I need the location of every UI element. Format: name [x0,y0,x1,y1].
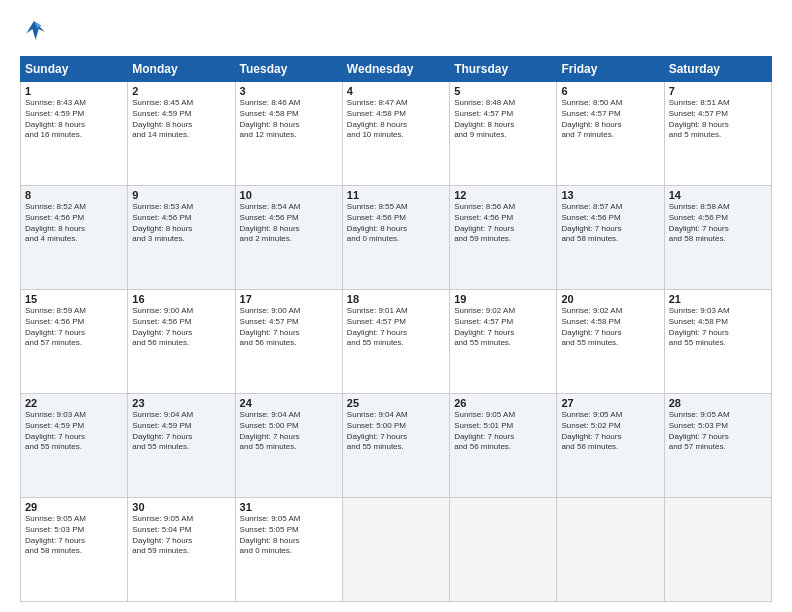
day-info: Sunrise: 8:50 AM Sunset: 4:57 PM Dayligh… [561,98,659,141]
header [20,18,772,46]
day-number: 2 [132,85,230,97]
day-info: Sunrise: 9:05 AM Sunset: 5:01 PM Dayligh… [454,410,552,453]
calendar-cell: 6Sunrise: 8:50 AM Sunset: 4:57 PM Daylig… [557,82,664,186]
calendar-cell: 9Sunrise: 8:53 AM Sunset: 4:56 PM Daylig… [128,186,235,290]
day-number: 7 [669,85,767,97]
day-info: Sunrise: 9:00 AM Sunset: 4:56 PM Dayligh… [132,306,230,349]
day-info: Sunrise: 8:53 AM Sunset: 4:56 PM Dayligh… [132,202,230,245]
day-number: 18 [347,293,445,305]
day-number: 21 [669,293,767,305]
calendar-cell: 11Sunrise: 8:55 AM Sunset: 4:56 PM Dayli… [342,186,449,290]
day-number: 15 [25,293,123,305]
weekday-header: Monday [128,57,235,82]
day-info: Sunrise: 9:00 AM Sunset: 4:57 PM Dayligh… [240,306,338,349]
calendar-cell: 28Sunrise: 9:05 AM Sunset: 5:03 PM Dayli… [664,394,771,498]
day-number: 20 [561,293,659,305]
calendar-cell: 18Sunrise: 9:01 AM Sunset: 4:57 PM Dayli… [342,290,449,394]
day-number: 9 [132,189,230,201]
day-number: 22 [25,397,123,409]
logo [20,18,52,46]
day-info: Sunrise: 9:04 AM Sunset: 4:59 PM Dayligh… [132,410,230,453]
day-info: Sunrise: 9:05 AM Sunset: 5:03 PM Dayligh… [25,514,123,557]
calendar-cell: 3Sunrise: 8:46 AM Sunset: 4:58 PM Daylig… [235,82,342,186]
day-number: 14 [669,189,767,201]
day-number: 8 [25,189,123,201]
calendar-cell [450,498,557,602]
calendar-cell: 30Sunrise: 9:05 AM Sunset: 5:04 PM Dayli… [128,498,235,602]
day-info: Sunrise: 9:01 AM Sunset: 4:57 PM Dayligh… [347,306,445,349]
calendar-cell [342,498,449,602]
calendar-cell: 1Sunrise: 8:43 AM Sunset: 4:59 PM Daylig… [21,82,128,186]
day-number: 3 [240,85,338,97]
calendar-cell: 31Sunrise: 9:05 AM Sunset: 5:05 PM Dayli… [235,498,342,602]
day-info: Sunrise: 9:05 AM Sunset: 5:04 PM Dayligh… [132,514,230,557]
day-number: 4 [347,85,445,97]
day-info: Sunrise: 8:57 AM Sunset: 4:56 PM Dayligh… [561,202,659,245]
day-number: 17 [240,293,338,305]
day-info: Sunrise: 8:58 AM Sunset: 4:56 PM Dayligh… [669,202,767,245]
day-number: 29 [25,501,123,513]
day-number: 16 [132,293,230,305]
day-number: 5 [454,85,552,97]
calendar-cell: 19Sunrise: 9:02 AM Sunset: 4:57 PM Dayli… [450,290,557,394]
day-number: 25 [347,397,445,409]
calendar-cell: 14Sunrise: 8:58 AM Sunset: 4:56 PM Dayli… [664,186,771,290]
calendar-cell: 8Sunrise: 8:52 AM Sunset: 4:56 PM Daylig… [21,186,128,290]
day-info: Sunrise: 9:03 AM Sunset: 4:59 PM Dayligh… [25,410,123,453]
calendar-cell: 23Sunrise: 9:04 AM Sunset: 4:59 PM Dayli… [128,394,235,498]
logo-icon [20,18,48,46]
calendar-cell: 21Sunrise: 9:03 AM Sunset: 4:58 PM Dayli… [664,290,771,394]
calendar-cell: 7Sunrise: 8:51 AM Sunset: 4:57 PM Daylig… [664,82,771,186]
day-number: 27 [561,397,659,409]
calendar-cell [557,498,664,602]
calendar-cell: 20Sunrise: 9:02 AM Sunset: 4:58 PM Dayli… [557,290,664,394]
day-info: Sunrise: 8:51 AM Sunset: 4:57 PM Dayligh… [669,98,767,141]
page: SundayMondayTuesdayWednesdayThursdayFrid… [0,0,792,612]
calendar-cell: 4Sunrise: 8:47 AM Sunset: 4:58 PM Daylig… [342,82,449,186]
day-info: Sunrise: 8:52 AM Sunset: 4:56 PM Dayligh… [25,202,123,245]
day-info: Sunrise: 8:56 AM Sunset: 4:56 PM Dayligh… [454,202,552,245]
day-number: 31 [240,501,338,513]
day-info: Sunrise: 9:05 AM Sunset: 5:05 PM Dayligh… [240,514,338,557]
calendar-cell: 27Sunrise: 9:05 AM Sunset: 5:02 PM Dayli… [557,394,664,498]
day-info: Sunrise: 8:48 AM Sunset: 4:57 PM Dayligh… [454,98,552,141]
weekday-header: Thursday [450,57,557,82]
calendar-cell: 16Sunrise: 9:00 AM Sunset: 4:56 PM Dayli… [128,290,235,394]
calendar-cell: 17Sunrise: 9:00 AM Sunset: 4:57 PM Dayli… [235,290,342,394]
day-info: Sunrise: 9:04 AM Sunset: 5:00 PM Dayligh… [347,410,445,453]
weekday-header: Wednesday [342,57,449,82]
weekday-header: Sunday [21,57,128,82]
day-number: 19 [454,293,552,305]
calendar-table: SundayMondayTuesdayWednesdayThursdayFrid… [20,56,772,602]
day-number: 10 [240,189,338,201]
day-info: Sunrise: 8:54 AM Sunset: 4:56 PM Dayligh… [240,202,338,245]
weekday-header: Saturday [664,57,771,82]
weekday-header: Tuesday [235,57,342,82]
day-number: 12 [454,189,552,201]
day-info: Sunrise: 8:45 AM Sunset: 4:59 PM Dayligh… [132,98,230,141]
calendar-cell: 26Sunrise: 9:05 AM Sunset: 5:01 PM Dayli… [450,394,557,498]
weekday-header: Friday [557,57,664,82]
day-info: Sunrise: 9:02 AM Sunset: 4:58 PM Dayligh… [561,306,659,349]
calendar-cell: 10Sunrise: 8:54 AM Sunset: 4:56 PM Dayli… [235,186,342,290]
day-number: 24 [240,397,338,409]
day-number: 1 [25,85,123,97]
day-number: 26 [454,397,552,409]
calendar-cell [664,498,771,602]
day-info: Sunrise: 9:05 AM Sunset: 5:03 PM Dayligh… [669,410,767,453]
day-number: 28 [669,397,767,409]
day-info: Sunrise: 8:59 AM Sunset: 4:56 PM Dayligh… [25,306,123,349]
calendar-cell: 25Sunrise: 9:04 AM Sunset: 5:00 PM Dayli… [342,394,449,498]
day-info: Sunrise: 8:43 AM Sunset: 4:59 PM Dayligh… [25,98,123,141]
day-number: 6 [561,85,659,97]
day-info: Sunrise: 9:03 AM Sunset: 4:58 PM Dayligh… [669,306,767,349]
day-info: Sunrise: 9:02 AM Sunset: 4:57 PM Dayligh… [454,306,552,349]
day-info: Sunrise: 8:55 AM Sunset: 4:56 PM Dayligh… [347,202,445,245]
calendar-cell: 13Sunrise: 8:57 AM Sunset: 4:56 PM Dayli… [557,186,664,290]
day-number: 11 [347,189,445,201]
day-number: 23 [132,397,230,409]
calendar-cell: 15Sunrise: 8:59 AM Sunset: 4:56 PM Dayli… [21,290,128,394]
calendar-cell: 29Sunrise: 9:05 AM Sunset: 5:03 PM Dayli… [21,498,128,602]
day-info: Sunrise: 9:04 AM Sunset: 5:00 PM Dayligh… [240,410,338,453]
calendar-cell: 22Sunrise: 9:03 AM Sunset: 4:59 PM Dayli… [21,394,128,498]
